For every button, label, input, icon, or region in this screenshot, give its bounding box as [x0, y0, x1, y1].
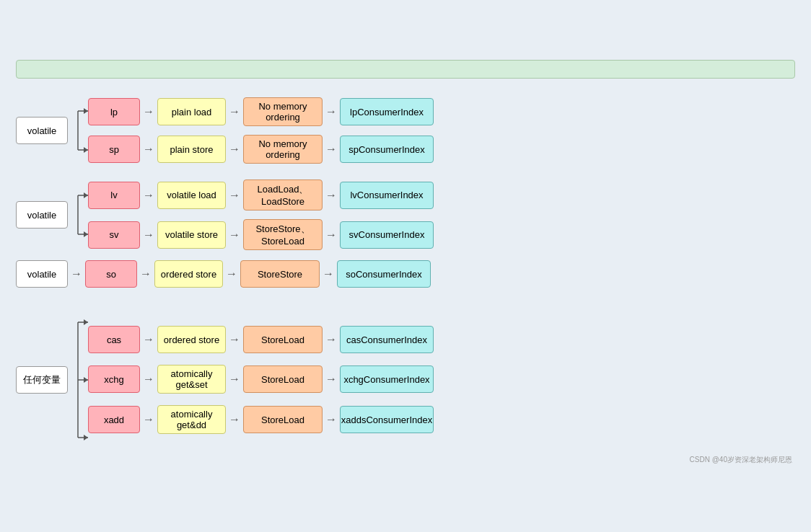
source-node-3: 任何变量 — [16, 366, 68, 394]
branch-row-3-0: cas→ordered store→StoreLoad→casConsumerI… — [88, 326, 434, 353]
arrow-icon: → — [226, 373, 243, 386]
operation-node-1-0: volatile load — [157, 182, 226, 209]
arrow-icon: → — [320, 267, 337, 280]
operation-node-3-0: ordered store — [157, 326, 226, 353]
arrow-icon: → — [226, 189, 243, 202]
arrow-icon: → — [137, 267, 154, 280]
section-section3: volatile→so→ordered store→StoreStore→soC… — [16, 260, 795, 288]
code-node-1-1: sv — [88, 221, 140, 249]
branches-column: lv→volatile load→LoadLoad、 LoadStore→lvC… — [88, 175, 434, 254]
branches-column: cas→ordered store→StoreLoad→casConsumerI… — [88, 320, 434, 440]
branch-connector-icon — [68, 92, 88, 169]
watermark: CSDN @40岁资深老架构师尼恩 — [690, 455, 792, 465]
memory-node-3-2: StoreLoad — [243, 406, 323, 433]
source-node-0: volatile — [16, 117, 68, 144]
consumer-node-3-2: xaddsConsumerIndex — [340, 406, 434, 433]
arrow-icon: → — [323, 105, 340, 118]
consumer-node-1-0: lvConsumerIndex — [340, 182, 434, 209]
memory-node-1-1: StoreStore、 StoreLoad — [243, 219, 323, 250]
arrow-icon: → — [323, 143, 340, 156]
arrow-icon: → — [323, 333, 340, 346]
branch-row-1-1: sv→volatile store→StoreStore、 StoreLoad→… — [88, 219, 434, 250]
branch-row-3-1: xchg→atomically get&set→StoreLoad→xchgCo… — [88, 365, 434, 394]
consumer-node-3-1: xchgConsumerIndex — [340, 365, 434, 393]
arrow-icon: → — [226, 143, 243, 156]
memory-node-2-0: StoreStore — [240, 260, 320, 288]
memory-node-1-0: LoadLoad、 LoadStore — [243, 179, 323, 210]
arrow-icon: → — [140, 229, 157, 241]
arrow-icon: → — [140, 143, 157, 156]
consumer-node-0-0: lpConsumerIndex — [340, 98, 434, 125]
operation-node-0-1: plain store — [157, 136, 226, 163]
arrow-icon: → — [140, 105, 157, 118]
arrow-icon: → — [140, 413, 157, 426]
source-node-1: volatile — [16, 201, 68, 229]
branch-connector-icon — [68, 176, 88, 254]
operation-node-0-0: plain load — [157, 98, 226, 125]
code-node-3-0: cas — [88, 326, 140, 353]
operation-node-1-1: volatile store — [157, 221, 226, 249]
branches-column: lp→plain load→No memory ordering→lpConsu… — [88, 93, 434, 168]
arrow-icon: → — [226, 413, 243, 426]
arrow-icon: → — [223, 267, 240, 280]
section-section1: volatilelp→plain load→No memory ordering… — [16, 92, 795, 169]
section-section4: 任何变量cas→ordered store→StoreLoad→casConsu… — [16, 293, 795, 466]
arrow-icon: → — [226, 229, 243, 241]
operation-node-3-2: atomically get&dd — [157, 405, 226, 434]
branch-row-0-0: lp→plain load→No memory ordering→lpConsu… — [88, 97, 434, 126]
diagram: volatilelp→plain load→No memory ordering… — [16, 92, 795, 466]
consumer-node-3-0: casConsumerIndex — [340, 326, 434, 353]
main-container: volatilelp→plain load→No memory ordering… — [9, 53, 802, 479]
arrow-icon: → — [140, 189, 157, 202]
code-node-0-1: sp — [88, 136, 140, 163]
code-node-3-1: xchg — [88, 365, 140, 393]
consumer-node-2-0: soConsumerIndex — [337, 260, 431, 288]
branch-row-3-2: xadd→atomically get&dd→StoreLoad→xaddsCo… — [88, 405, 434, 434]
arrow-icon: → — [226, 333, 243, 346]
memory-node-3-1: StoreLoad — [243, 365, 323, 393]
source-node-2: volatile — [16, 260, 68, 288]
arrow-icon: → — [226, 105, 243, 118]
code-node-0-0: lp — [88, 98, 140, 125]
arrow-icon: → — [323, 229, 340, 241]
arrow-icon: → — [68, 267, 85, 280]
arrow-icon: → — [323, 413, 340, 426]
consumer-node-0-1: spConsumerIndex — [340, 136, 434, 163]
title — [16, 60, 795, 79]
section-section2: volatilelv→volatile load→LoadLoad、 LoadS… — [16, 175, 795, 254]
arrow-icon: → — [140, 333, 157, 346]
code-node-1-0: lv — [88, 182, 140, 209]
code-node-2-0: so — [85, 260, 137, 288]
branch-row-1-0: lv→volatile load→LoadLoad、 LoadStore→lvC… — [88, 179, 434, 210]
memory-node-3-0: StoreLoad — [243, 326, 323, 353]
arrow-icon: → — [140, 373, 157, 386]
arrow-icon: → — [323, 373, 340, 386]
code-node-3-2: xadd — [88, 406, 140, 433]
operation-node-2-0: ordered store — [154, 260, 223, 288]
branch-row-0-1: sp→plain store→No memory ordering→spCons… — [88, 135, 434, 164]
branch-connector-icon — [68, 293, 88, 466]
operation-node-3-1: atomically get&set — [157, 365, 226, 394]
arrow-icon: → — [323, 189, 340, 202]
consumer-node-1-1: svConsumerIndex — [340, 221, 434, 249]
memory-node-0-1: No memory ordering — [243, 135, 323, 164]
memory-node-0-0: No memory ordering — [243, 97, 323, 126]
